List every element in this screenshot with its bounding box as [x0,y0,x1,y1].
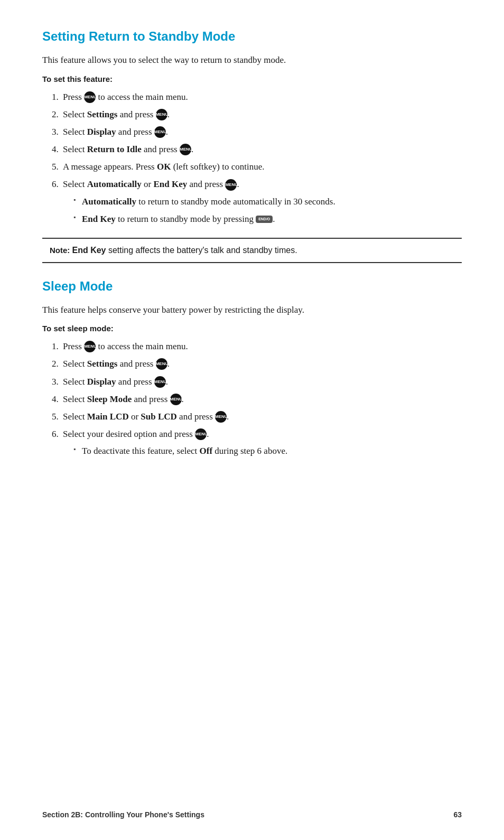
sleep-substeps: To deactivate this feature, select Off d… [73,444,462,458]
menu-icon-4: MENUOK [180,144,191,155]
note-endkey: End Key [72,246,106,255]
standby-step-2: Select Settings and press MENUOK. [61,107,462,122]
standby-substep-auto: Automatically to return to standby mode … [73,195,462,209]
standby-steps-list: Press MENUOK to access the main menu. Se… [61,90,462,226]
standby-step-5: A message appears. Press OK (left softke… [61,160,462,174]
standby-step-6: Select Automatically or End Key and pres… [61,177,462,226]
sleep-step-2: Select Settings and press MENUOK. [61,357,462,371]
section-sleep: Sleep Mode This feature helps conserve y… [42,279,462,458]
note-box: Note: End Key setting affects the batter… [42,238,462,263]
section-standby-label: To set this feature: [42,74,462,83]
footer-section-label: Section 2B: Controlling Your Phone's Set… [42,810,204,819]
section-sleep-title: Sleep Mode [42,279,462,294]
section-standby-intro: This feature allows you to select the wa… [42,53,462,67]
section-standby: Setting Return to Standby Mode This feat… [42,29,462,263]
section-sleep-intro: This feature helps conserve your battery… [42,303,462,317]
menu-icon-3: MENUOK [154,126,166,138]
sleep-menu-icon-6: MENUOK [195,428,207,440]
sleep-menu-icon-5: MENUOK [215,411,227,423]
footer-page-number: 63 [453,810,462,819]
end-key-icon: END/O [256,216,273,223]
sleep-step-6: Select your desired option and press MEN… [61,427,462,458]
standby-step-4: Select Return to Idle and press MENUOK. [61,142,462,156]
sleep-substep-off: To deactivate this feature, select Off d… [73,444,462,458]
sleep-step-5: Select Main LCD or Sub LCD and press MEN… [61,409,462,424]
sleep-menu-icon-2: MENUOK [156,358,167,370]
menu-icon-1: MENUOK [84,91,96,103]
sleep-menu-icon-1: MENUOK [84,341,96,352]
sleep-menu-icon-3: MENUOK [154,376,166,388]
menu-icon-5: MENUOK [225,179,237,191]
standby-substep-endkey: End Key to return to standby mode by pre… [73,212,462,226]
note-text: setting affects the battery's talk and s… [108,246,297,255]
sleep-step-4: Select Sleep Mode and press MENUOK. [61,392,462,406]
note-label: Note: [50,246,72,255]
sleep-steps-list: Press MENUOK to access the main menu. Se… [61,339,462,458]
section-standby-title: Setting Return to Standby Mode [42,29,462,44]
page-footer: Section 2B: Controlling Your Phone's Set… [0,810,504,819]
sleep-step-3: Select Display and press MENUOK. [61,375,462,389]
page-content: Setting Return to Standby Mode This feat… [0,0,504,495]
sleep-menu-icon-4: MENUOK [170,394,182,405]
standby-step-3: Select Display and press MENUOK. [61,125,462,139]
standby-step-1: Press MENUOK to access the main menu. [61,90,462,104]
menu-icon-2: MENUOK [156,109,167,120]
section-sleep-label: To set sleep mode: [42,324,462,333]
standby-substeps: Automatically to return to standby mode … [73,195,462,226]
sleep-step-1: Press MENUOK to access the main menu. [61,339,462,353]
